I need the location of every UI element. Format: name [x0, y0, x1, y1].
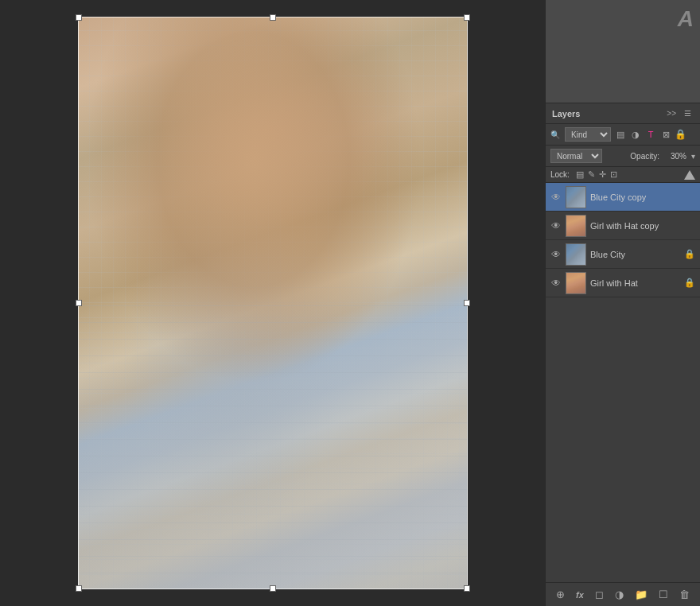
filter-smart-icon[interactable]: ⊠ [659, 128, 672, 141]
expand-icon[interactable]: >> [664, 108, 679, 118]
layer-visibility-blue-city-copy[interactable]: 👁 [550, 192, 562, 203]
layers-panel-title: Layers [552, 109, 580, 118]
layer-visibility-girl-with-hat[interactable]: 👁 [550, 278, 562, 289]
new-group-button[interactable]: 📁 [632, 587, 651, 602]
lock-draw-icon[interactable]: ✎ [588, 169, 595, 180]
add-effects-button[interactable]: fx [573, 589, 587, 601]
layer-thumb-blue-city [566, 243, 586, 266]
corner-letter: A [678, 6, 694, 32]
blend-row: Normal Dissolve Multiply Screen Overlay … [546, 146, 700, 167]
lock-label: Lock: [550, 170, 570, 179]
layers-header: Layers >> ☰ [546, 103, 700, 124]
filter-type-icon[interactable]: T [644, 128, 657, 141]
layers-header-icons: >> ☰ [664, 108, 694, 118]
opacity-label: Opacity: [630, 152, 659, 161]
filter-pixel-icon[interactable]: ▤ [614, 128, 627, 141]
layer-item-girl-with-hat[interactable]: 👁 Girl with Hat 🔒 [546, 269, 700, 297]
layer-thumb-girl-with-hat-copy [566, 215, 586, 237]
layers-list: 👁 Blue City copy 👁 Girl with Hat copy 👁 … [546, 183, 700, 582]
opacity-chevron[interactable]: ▾ [691, 152, 695, 161]
fill-triangle [684, 170, 695, 180]
layer-visibility-girl-with-hat-copy[interactable]: 👁 [550, 220, 562, 231]
layers-panel: Layers >> ☰ 🔍 Kind Name Effect Mode Attr… [546, 103, 700, 606]
layer-item-blue-city-copy[interactable]: 👁 Blue City copy [546, 183, 700, 212]
layer-visibility-blue-city[interactable]: 👁 [550, 249, 562, 260]
layer-item-blue-city[interactable]: 👁 Blue City 🔒 [546, 240, 700, 269]
lock-pixel-icon[interactable]: ▤ [576, 169, 584, 180]
link-layers-button[interactable]: ⊕ [553, 587, 568, 602]
menu-icon[interactable]: ☰ [682, 108, 694, 118]
canvas-image [78, 17, 468, 589]
lock-row: Lock: ▤ ✎ ✛ ⊡ [546, 167, 700, 183]
delete-layer-button[interactable]: 🗑 [676, 587, 693, 602]
search-icon: 🔍 [550, 130, 560, 139]
lock-artboard-icon[interactable]: ⊡ [610, 169, 617, 180]
new-adjustment-button[interactable]: ◑ [612, 587, 627, 602]
add-mask-button[interactable]: ◻ [592, 587, 607, 602]
layer-lock-icon-girl-with-hat: 🔒 [684, 278, 695, 288]
layer-thumb-girl-with-hat [566, 272, 586, 294]
canvas-wrapper [78, 17, 468, 589]
layer-name-blue-city-copy: Blue City copy [590, 192, 695, 202]
layer-thumb-blue-city-copy [566, 186, 586, 208]
layer-item-girl-with-hat-copy[interactable]: 👁 Girl with Hat copy [546, 212, 700, 240]
new-layer-button[interactable]: ☐ [655, 587, 671, 602]
layer-name-girl-with-hat: Girl with Hat [590, 278, 680, 288]
canvas-area [0, 0, 545, 606]
right-panel: A Layers >> ☰ 🔍 Kind Name Effect Mode At… [545, 0, 700, 606]
layer-name-blue-city: Blue City [590, 250, 680, 259]
filter-row: 🔍 Kind Name Effect Mode Attribute Color … [546, 124, 700, 146]
lock-move-icon[interactable]: ✛ [599, 169, 606, 180]
filter-icons: ▤ ◑ T ⊠ 🔒 [614, 128, 695, 141]
filter-adjustment-icon[interactable]: ◑ [629, 128, 642, 141]
top-right-corner: A [546, 0, 700, 103]
layer-lock-icon-blue-city: 🔒 [684, 249, 695, 259]
opacity-value[interactable]: 30% [663, 152, 686, 161]
layers-footer: ⊕ fx ◻ ◑ 📁 ☐ 🗑 [546, 582, 700, 606]
filter-lock-icon[interactable]: 🔒 [675, 129, 686, 140]
blend-mode-select[interactable]: Normal Dissolve Multiply Screen Overlay … [550, 149, 602, 163]
filter-kind-select[interactable]: Kind Name Effect Mode Attribute Color Sm… [565, 127, 611, 142]
layer-name-girl-with-hat-copy: Girl with Hat copy [590, 221, 695, 231]
